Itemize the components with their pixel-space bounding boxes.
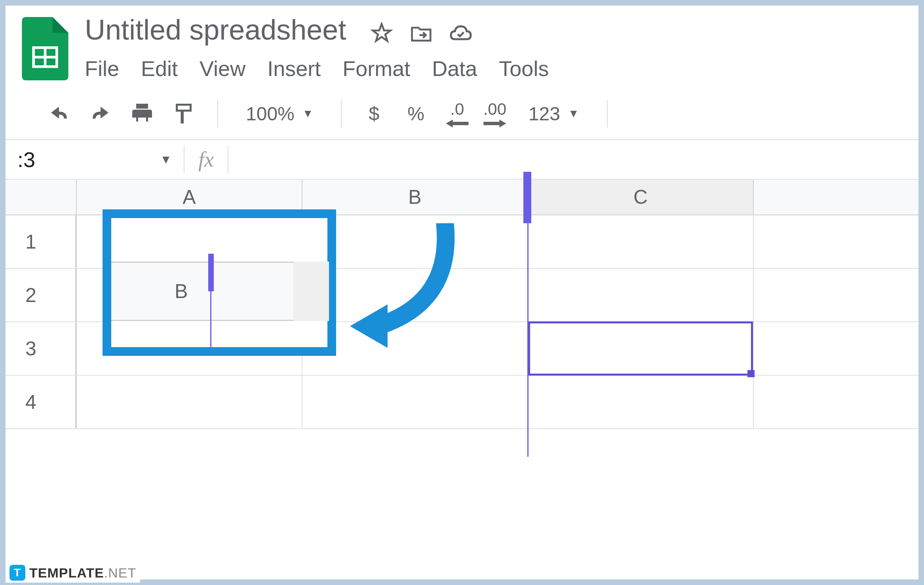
menu-edit[interactable]: Edit bbox=[141, 53, 178, 84]
menu-tools[interactable]: Tools bbox=[499, 53, 549, 84]
callout-column-label: B bbox=[175, 280, 188, 303]
cell-c2[interactable] bbox=[528, 269, 754, 321]
star-icon[interactable] bbox=[370, 21, 394, 45]
toolbar: 100% ▼ $ % .0 .00 123 ▼ bbox=[6, 88, 918, 140]
row-header-4[interactable]: 4 bbox=[6, 376, 77, 428]
callout-resize-handle bbox=[208, 254, 214, 291]
tutorial-callout: B bbox=[103, 209, 336, 356]
menu-data[interactable]: Data bbox=[432, 53, 477, 84]
toolbar-divider bbox=[607, 100, 608, 127]
callout-shaded-col bbox=[293, 262, 329, 321]
cell-b4[interactable] bbox=[302, 376, 528, 428]
decrease-decimal-button[interactable]: .0 bbox=[445, 100, 469, 127]
paint-format-icon[interactable] bbox=[170, 100, 198, 127]
cell-c4[interactable] bbox=[528, 376, 754, 428]
document-title[interactable]: Untitled spreadsheet bbox=[85, 13, 346, 46]
menu-file[interactable]: File bbox=[85, 53, 119, 84]
callout-resize-line bbox=[210, 289, 211, 349]
increase-decimal-button[interactable]: .00 bbox=[483, 100, 507, 127]
zoom-value: 100% bbox=[246, 103, 295, 125]
formula-divider bbox=[228, 146, 228, 173]
menu-view[interactable]: View bbox=[200, 53, 245, 84]
cell-selection-outline bbox=[528, 321, 753, 376]
table-row: 4 bbox=[6, 376, 918, 429]
title-bar: Untitled spreadsheet File Edit View bbox=[6, 6, 918, 88]
fx-label: fx bbox=[184, 147, 228, 172]
column-header-b[interactable]: B bbox=[302, 180, 528, 215]
menu-format[interactable]: Format bbox=[342, 53, 410, 84]
toolbar-divider bbox=[217, 100, 218, 127]
row-header-3[interactable]: 3 bbox=[6, 322, 77, 375]
formula-bar: :3 ▼ fx bbox=[6, 140, 918, 180]
chevron-down-icon: ▼ bbox=[302, 107, 314, 120]
move-folder-icon[interactable] bbox=[409, 21, 433, 45]
title-section: Untitled spreadsheet File Edit View bbox=[85, 13, 907, 84]
cell-a4[interactable] bbox=[77, 376, 302, 428]
tutorial-arrow-icon bbox=[350, 223, 469, 350]
name-box[interactable]: :3 ▼ bbox=[6, 140, 184, 179]
menu-insert[interactable]: Insert bbox=[267, 53, 321, 84]
column-label: B bbox=[408, 186, 421, 209]
sheet-grid: A B C 1 2 3 4 bbox=[6, 180, 918, 429]
zoom-dropdown[interactable]: 100% ▼ bbox=[238, 103, 321, 125]
row-header-1[interactable]: 1 bbox=[6, 215, 77, 268]
watermark-logo-icon: T bbox=[10, 565, 25, 581]
sheets-logo-icon[interactable] bbox=[21, 17, 69, 80]
toolbar-divider bbox=[341, 100, 342, 127]
percent-format-button[interactable]: % bbox=[400, 103, 432, 125]
cell-c1[interactable] bbox=[528, 215, 754, 268]
name-box-value: :3 bbox=[17, 147, 35, 172]
chevron-down-icon: ▼ bbox=[568, 107, 579, 120]
app-window: Untitled spreadsheet File Edit View bbox=[6, 6, 918, 579]
format-value: 123 bbox=[529, 103, 560, 125]
row-header-2[interactable]: 2 bbox=[6, 269, 77, 321]
column-header-c[interactable]: C bbox=[528, 180, 754, 215]
column-resize-handle[interactable] bbox=[523, 172, 531, 223]
redo-icon[interactable] bbox=[87, 100, 114, 127]
number-format-dropdown[interactable]: 123 ▼ bbox=[521, 103, 587, 125]
watermark: T TEMPLATE.NET bbox=[6, 563, 140, 583]
selection-fill-handle[interactable] bbox=[747, 370, 755, 377]
menu-bar: File Edit View Insert Format Data Tools bbox=[85, 53, 907, 84]
currency-format-button[interactable]: $ bbox=[361, 103, 386, 125]
watermark-brand: TEMPLATE bbox=[29, 565, 104, 580]
print-icon[interactable] bbox=[128, 100, 156, 127]
watermark-suffix: .NET bbox=[104, 565, 136, 580]
chevron-down-icon: ▼ bbox=[160, 153, 172, 166]
undo-icon[interactable] bbox=[45, 100, 73, 127]
cloud-status-icon[interactable] bbox=[449, 21, 473, 45]
select-all-corner[interactable] bbox=[6, 180, 77, 215]
